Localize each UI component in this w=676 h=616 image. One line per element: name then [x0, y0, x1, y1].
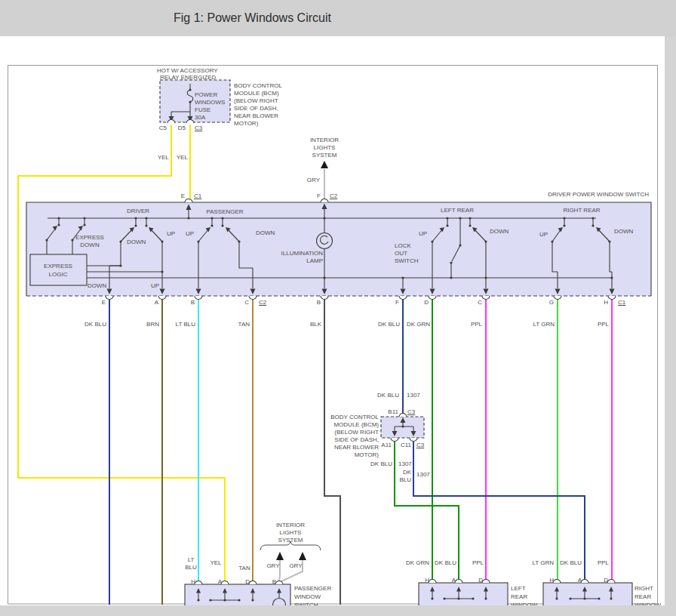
interior-bottom-line1: INTERIOR [276, 522, 305, 528]
passenger-name-line1: PASSENGER [294, 585, 331, 592]
lr-name-line2: REAR [511, 593, 527, 600]
wire-label-ppl-h: PPL [598, 321, 609, 328]
wire-label-ltgrn: LT GRN [533, 321, 555, 328]
pin-label-b2: B [317, 299, 321, 306]
bcm-note-line1: BODY CONTROL [330, 414, 379, 420]
lockout-label-line1: LOCK [395, 242, 411, 249]
interior-lights-top-arrow [321, 161, 328, 168]
express-down-line2: DOWN [80, 242, 99, 248]
rr-name-line1: RIGHT [635, 585, 653, 592]
wire-label-brn: BRN [146, 321, 159, 328]
interior-top-line2: LIGHTS [314, 144, 336, 151]
pin-label-a11: A11 [381, 442, 392, 448]
pin-label-b11: B11 [388, 408, 398, 415]
express-logic-box [30, 254, 87, 285]
wire-label-gry-1: GRY [266, 562, 279, 569]
fuse-name-line4: 30A [195, 114, 205, 121]
pin-label-c2: C [478, 299, 482, 306]
pin-label-d5: D5 [178, 125, 186, 131]
pin-label-g: G [549, 299, 554, 306]
bottom-margin [0, 605, 676, 616]
fuse-name-line3: FUSE [195, 106, 210, 113]
section-driver: DRIVER [127, 208, 149, 214]
pin-arc-e-c1 [185, 199, 192, 203]
a11-circuit: 1307 [398, 460, 412, 467]
section-right-rear: RIGHT REAR [563, 207, 600, 214]
pin-label-f-top: F [317, 192, 321, 199]
pin-label-c11: C11 [401, 442, 411, 448]
bottom-pin-arcs [106, 296, 616, 300]
wire-label-ppl-c: PPL [471, 321, 482, 328]
wiring-diagram [0, 0, 676, 616]
conn-label-c3-c11: C3 [416, 442, 424, 448]
conn-label-c1-row: C1 [618, 299, 625, 306]
bcm-note-line4: SIDE OF DASH, [334, 436, 379, 443]
section-passenger: PASSENGER [206, 208, 243, 215]
passenger-name-line2: WINDOW [294, 593, 321, 600]
bcm-top-note-line2: MODULE (BCM) [234, 90, 279, 97]
lockout-label-line3: SWITCH [395, 257, 419, 264]
bcm-note-line6: MOTOR) [355, 451, 379, 458]
pin-arc-c5 [167, 120, 175, 124]
pin-label-c5: C5 [159, 125, 167, 131]
wire-label-ltblu-line2: BLU [185, 564, 197, 571]
wire-label-ltblu: LT BLU [176, 321, 195, 328]
right-rear-down-label: DOWN [614, 228, 633, 235]
pin-arc-f-c2 [321, 199, 328, 203]
pin-label-b1: B [191, 299, 195, 306]
right-rear-switch-box [543, 580, 632, 607]
wire-label-dkgrn: DK GRN [407, 321, 430, 328]
left-rear-down-label: DOWN [490, 228, 509, 235]
bottom-down-label: DOWN [88, 282, 106, 289]
rr-pin-d: D [604, 577, 608, 584]
passenger-pin-d: D [245, 578, 250, 585]
wire-label-yel-left: YEL [158, 154, 169, 161]
fuse-name-line2: WINDOWS [195, 99, 225, 106]
passenger-up-label: UP [186, 230, 194, 237]
lockout-label-line2: OUT [395, 250, 407, 257]
pin-label-a: A [155, 299, 158, 306]
wires-layer [18, 125, 612, 605]
c11-wire-label-line2: BLU [399, 476, 411, 483]
bcm-box [381, 414, 424, 442]
pin-label-d: D [424, 299, 429, 306]
c11-circuit: 1307 [416, 471, 430, 478]
pin-label-c1: C [244, 299, 249, 306]
express-down-line1: EXPRESS [75, 234, 104, 241]
rr-wire-label-dkblu: DK BLU [560, 559, 582, 566]
pin-arc-c11 [410, 438, 417, 442]
main-switch-title: DRIVER POWER WINDOW SWITCH [548, 191, 649, 198]
rr-pin-h: H [549, 577, 554, 584]
bcm-in-wire-label: DK BLU [377, 392, 399, 399]
pin-arc-d5 [186, 120, 194, 124]
interior-bottom-line3: SYSTEM [278, 537, 303, 544]
wire-label-tan: TAN [238, 321, 250, 328]
interior-lights-bottom [260, 541, 321, 560]
left-rear-up-label: UP [419, 230, 427, 237]
wire-label-dkblu-e: DK BLU [84, 321, 106, 328]
wire-label-ltblu-line1: LT [188, 556, 195, 563]
main-switch-box [26, 199, 651, 300]
lr-name-line1: LEFT [511, 585, 526, 592]
conn-label-c1-top: C1 [194, 192, 201, 199]
express-logic-line2: LOGIC [49, 271, 68, 278]
interior-top-line3: SYSTEM [312, 152, 337, 159]
conn-label-c2-row: C2 [259, 299, 266, 306]
lr-wire-label-dkblu: DK BLU [435, 559, 456, 566]
bcm-in-circuit: 1307 [407, 392, 420, 399]
interior-top-line1: INTERIOR [310, 137, 339, 143]
right-margin [665, 36, 676, 616]
bcm-top-note-line5: NEAR BLOWER [234, 112, 278, 119]
lr-pin-d: D [478, 577, 483, 584]
conn-label-c3-b11: C3 [407, 408, 415, 415]
pin-arc-b11 [399, 414, 407, 417]
pin-label-f: F [395, 299, 399, 306]
bcm-note-line3: (BELOW RIGHT [334, 429, 379, 436]
driver-up-label: UP [167, 230, 175, 237]
wire-label-blk: BLK [310, 321, 321, 328]
rr-wire-label-ltgrn: LT GRN [532, 559, 554, 566]
rr-pin-a: A [578, 577, 582, 584]
section-left-rear: LEFT REAR [441, 207, 474, 214]
illumination-label-line1: ILLUMINATION [281, 250, 323, 257]
left-rear-switch-box [419, 580, 508, 607]
